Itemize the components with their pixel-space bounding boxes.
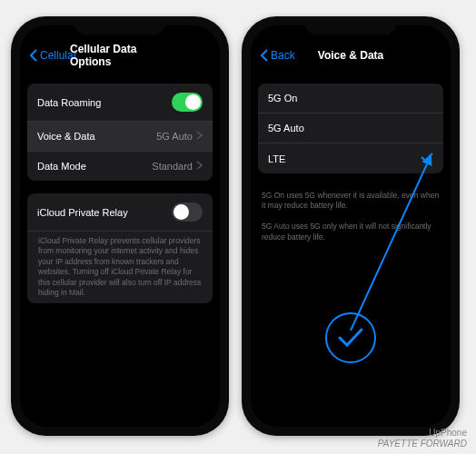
- options-explanation: 5G On uses 5G whenever it is available, …: [251, 186, 451, 247]
- toggle-private-relay[interactable]: [172, 202, 203, 222]
- page-title: Cellular Data Options: [70, 43, 170, 68]
- row-label: iCloud Private Relay: [37, 207, 128, 218]
- phone-left: Cellular Cellular Data Options Data Roam…: [11, 16, 229, 436]
- option-5g-on[interactable]: 5G On: [258, 84, 443, 114]
- chevron-left-icon: [29, 49, 38, 62]
- option-label: 5G Auto: [268, 123, 304, 133]
- chevron-right-icon: [196, 131, 203, 142]
- chevron-right-icon: [196, 161, 203, 172]
- page-title: Voice & Data: [318, 49, 383, 62]
- credit-payette: PAYETTE FORWARD: [378, 439, 467, 449]
- check-icon: [421, 153, 433, 164]
- row-voice-data[interactable]: Voice & Data 5G Auto: [27, 122, 213, 152]
- toggle-roaming[interactable]: [172, 93, 203, 112]
- row-label: Data Mode: [37, 161, 86, 172]
- settings-group-2: iCloud Private Relay iCloud Private Rela…: [27, 193, 213, 303]
- settings-group-1: Data Roaming Voice & Data 5G Auto Data M…: [27, 84, 213, 181]
- row-value: Standard: [152, 161, 193, 172]
- image-credits: UpPhone PAYETTE FORWARD: [378, 428, 467, 449]
- row-value: 5G Auto: [156, 131, 193, 142]
- option-label: 5G On: [268, 93, 297, 104]
- check-icon: [337, 327, 364, 349]
- row-data-roaming[interactable]: Data Roaming: [27, 84, 213, 122]
- row-data-mode[interactable]: Data Mode Standard: [27, 152, 213, 181]
- credit-upphone: UpPhone: [378, 428, 467, 439]
- options-group: 5G On 5G Auto LTE: [258, 84, 443, 173]
- phone-right: Back Voice & Data 5G On 5G Auto LTE 5G O…: [242, 16, 460, 436]
- option-label: LTE: [268, 153, 285, 164]
- private-relay-disclaimer: iCloud Private Relay prevents cellular p…: [27, 232, 213, 303]
- back-button[interactable]: Back: [260, 49, 295, 62]
- row-label: Voice & Data: [37, 131, 95, 142]
- annotation-check-circle: [325, 312, 376, 363]
- back-label: Back: [271, 49, 295, 62]
- option-5g-auto[interactable]: 5G Auto: [258, 114, 443, 143]
- option-lte[interactable]: LTE: [258, 143, 443, 173]
- row-private-relay[interactable]: iCloud Private Relay: [27, 193, 213, 232]
- chevron-left-icon: [260, 49, 269, 62]
- row-label: Data Roaming: [37, 97, 101, 108]
